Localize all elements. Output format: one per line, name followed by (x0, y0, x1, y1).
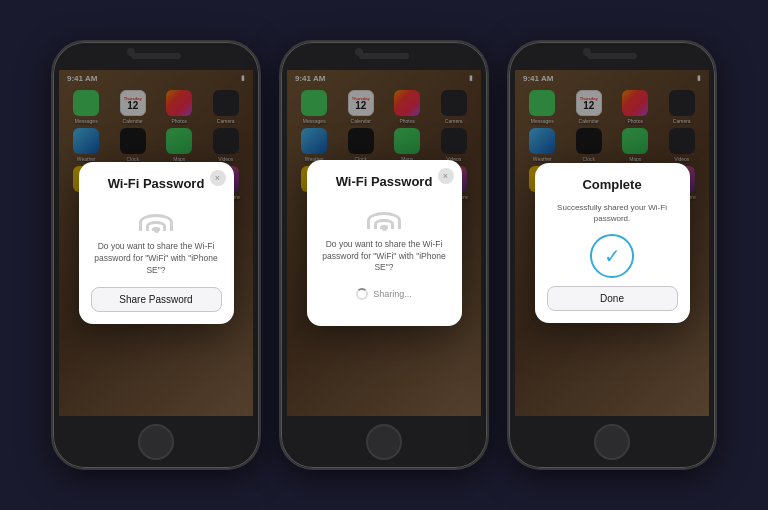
wifi-dot-1 (154, 228, 159, 233)
wifi-icon-2 (362, 199, 406, 231)
sharing-label: Sharing... (373, 289, 412, 299)
wifi-icon-wrapper-2 (319, 199, 450, 231)
dialog-body-2: Do you want to share the Wi-Fi password … (319, 239, 450, 275)
wifi-password-dialog-2: × Wi-Fi Password Do you want to share th… (307, 160, 462, 327)
dialog-close-2[interactable]: × (438, 168, 454, 184)
phone-home-btn-3[interactable] (594, 424, 630, 460)
dialog-body-1: Do you want to share the Wi-Fi password … (91, 241, 222, 277)
phone-2: 9:41 AM ▮ Messages Thursday12Calendar Ph… (279, 40, 489, 470)
share-password-button[interactable]: Share Password (91, 287, 222, 312)
wifi-dot-2 (382, 226, 387, 231)
phone-home-btn-1[interactable] (138, 424, 174, 460)
phone-home-btn-2[interactable] (366, 424, 402, 460)
dialog-overlay-1: × Wi-Fi Password Do you want to share th… (59, 70, 253, 416)
dialog-overlay-3: Complete Successfully shared your Wi-Fi … (515, 70, 709, 416)
sharing-spinner (356, 288, 368, 300)
complete-title: Complete (547, 177, 678, 192)
done-button[interactable]: Done (547, 286, 678, 311)
complete-dialog: Complete Successfully shared your Wi-Fi … (535, 163, 690, 323)
dialog-overlay-2: × Wi-Fi Password Do you want to share th… (287, 70, 481, 416)
phone-top-bar-3 (509, 42, 715, 70)
phone-speaker-2 (359, 53, 409, 59)
phone-screen-3: 9:41 AM ▮ Messages Thursday12Calendar Ph… (515, 70, 709, 416)
phone-top-bar-2 (281, 42, 487, 70)
dialog-title-1: Wi-Fi Password (91, 176, 222, 191)
phone-screen-2: 9:41 AM ▮ Messages Thursday12Calendar Ph… (287, 70, 481, 416)
success-check-circle: ✓ (590, 234, 634, 278)
wallpaper-2: 9:41 AM ▮ Messages Thursday12Calendar Ph… (287, 70, 481, 416)
phone-camera-3 (583, 48, 591, 56)
phone-3: 9:41 AM ▮ Messages Thursday12Calendar Ph… (507, 40, 717, 470)
dialog-close-1[interactable]: × (210, 170, 226, 186)
phone-speaker-3 (587, 53, 637, 59)
wallpaper-1: 9:41 AM ▮ Messages Thursday12Calendar Ph… (59, 70, 253, 416)
wifi-icon-1 (134, 201, 178, 233)
wifi-password-dialog-1: × Wi-Fi Password Do you want to share th… (79, 162, 234, 324)
wifi-icon-wrapper-1 (91, 201, 222, 233)
phone-speaker-1 (131, 53, 181, 59)
phone-1: 9:41 AM ▮ Messages Thursday12Calendar Ph… (51, 40, 261, 470)
sharing-row: Sharing... (319, 284, 450, 304)
phone-top-bar-1 (53, 42, 259, 70)
phone-screen-1: 9:41 AM ▮ Messages Thursday12Calendar Ph… (59, 70, 253, 416)
complete-subtitle: Successfully shared your Wi-Fi password. (547, 202, 678, 224)
dialog-title-2: Wi-Fi Password (319, 174, 450, 189)
phone-camera-1 (127, 48, 135, 56)
phone-camera-2 (355, 48, 363, 56)
check-mark-icon: ✓ (604, 246, 621, 266)
wallpaper-3: 9:41 AM ▮ Messages Thursday12Calendar Ph… (515, 70, 709, 416)
